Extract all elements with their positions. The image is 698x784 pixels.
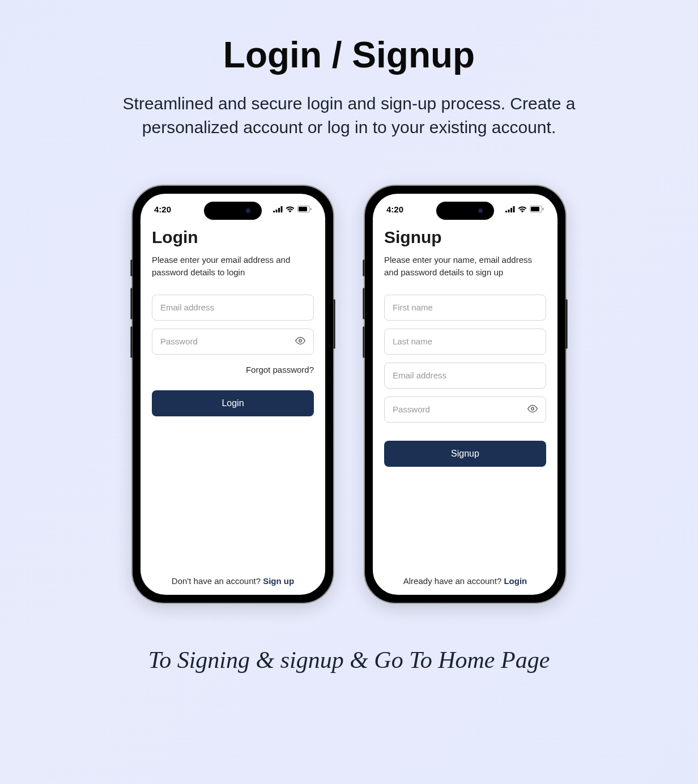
phone-button-volume-up: [363, 288, 365, 319]
phone-button-volume-down: [363, 326, 365, 358]
firstname-placeholder: First name: [393, 302, 433, 312]
svg-rect-14: [543, 208, 544, 210]
lastname-placeholder: Last name: [393, 336, 432, 346]
phone-button-volume-up: [130, 288, 133, 319]
phone-signup: 4:20 Signup Please enter your name, emai…: [364, 185, 567, 604]
bottom-text: Don't have an account?: [172, 576, 263, 586]
signup-content: Signup Please enter your name, email add…: [373, 216, 557, 595]
signup-link[interactable]: Sign up: [263, 576, 294, 586]
phone-button-volume-down: [130, 326, 133, 358]
svg-rect-11: [513, 206, 515, 212]
password-input[interactable]: Password: [152, 329, 314, 355]
page-subtitle: Streamlined and secure login and sign-up…: [108, 92, 590, 139]
cellular-signal-icon: [273, 206, 283, 212]
signup-description: Please enter your name, email address an…: [384, 254, 546, 279]
svg-rect-10: [510, 208, 512, 212]
wifi-icon: [518, 206, 527, 212]
phone-screen-signup: 4:20 Signup Please enter your name, emai…: [373, 194, 557, 595]
page-title: Login / Signup: [223, 34, 475, 76]
phone-screen-login: 4:20 Login Please enter your email addre…: [141, 194, 325, 595]
status-icons: [273, 206, 312, 212]
email-placeholder: Email address: [160, 302, 214, 312]
svg-rect-1: [276, 210, 278, 212]
phone-button-power: [565, 299, 568, 349]
login-button[interactable]: Login: [152, 390, 314, 416]
svg-rect-8: [505, 211, 507, 212]
battery-icon: [297, 206, 312, 212]
firstname-input[interactable]: First name: [384, 295, 546, 321]
svg-rect-9: [508, 210, 510, 212]
signup-title: Signup: [384, 228, 546, 247]
login-content: Login Please enter your email address an…: [141, 216, 325, 595]
login-title: Login: [152, 228, 314, 247]
svg-point-7: [299, 339, 302, 342]
password-placeholder: Password: [393, 404, 430, 414]
email-input[interactable]: Email address: [384, 363, 546, 389]
phone-notch: [436, 202, 494, 220]
login-link[interactable]: Login: [504, 576, 527, 586]
phone-notch: [204, 202, 262, 220]
bottom-text: Already have an account?: [403, 576, 504, 586]
status-icons: [505, 206, 544, 212]
footer-caption: To Signing & signup & Go To Home Page: [148, 646, 550, 674]
login-description: Please enter your email address and pass…: [152, 254, 314, 279]
svg-rect-6: [310, 208, 312, 210]
phone-button-silence: [363, 259, 365, 276]
status-time: 4:20: [386, 204, 403, 214]
phone-button-power: [333, 299, 335, 349]
signup-button[interactable]: Signup: [384, 441, 546, 467]
wifi-icon: [286, 206, 295, 212]
password-input[interactable]: Password: [384, 397, 546, 423]
svg-rect-2: [278, 208, 280, 212]
status-time: 4:20: [154, 204, 171, 214]
svg-rect-13: [531, 207, 539, 211]
signup-bottom-link: Already have an account? Login: [384, 576, 546, 586]
svg-rect-3: [281, 206, 283, 212]
svg-rect-5: [299, 207, 307, 211]
email-placeholder: Email address: [393, 370, 446, 380]
phone-login: 4:20 Login Please enter your email addre…: [131, 185, 334, 604]
svg-rect-0: [273, 211, 275, 212]
login-bottom-link: Don't have an account? Sign up: [152, 576, 314, 586]
eye-icon[interactable]: [527, 403, 538, 415]
forgot-password-link[interactable]: Forgot password?: [152, 365, 314, 374]
battery-icon: [530, 206, 544, 212]
email-input[interactable]: Email address: [152, 295, 314, 321]
password-placeholder: Password: [160, 336, 198, 346]
phones-container: 4:20 Login Please enter your email addre…: [131, 185, 567, 604]
lastname-input[interactable]: Last name: [384, 329, 546, 355]
eye-icon[interactable]: [295, 335, 305, 347]
svg-point-15: [531, 407, 534, 410]
cellular-signal-icon: [505, 206, 515, 212]
phone-button-silence: [130, 259, 133, 276]
